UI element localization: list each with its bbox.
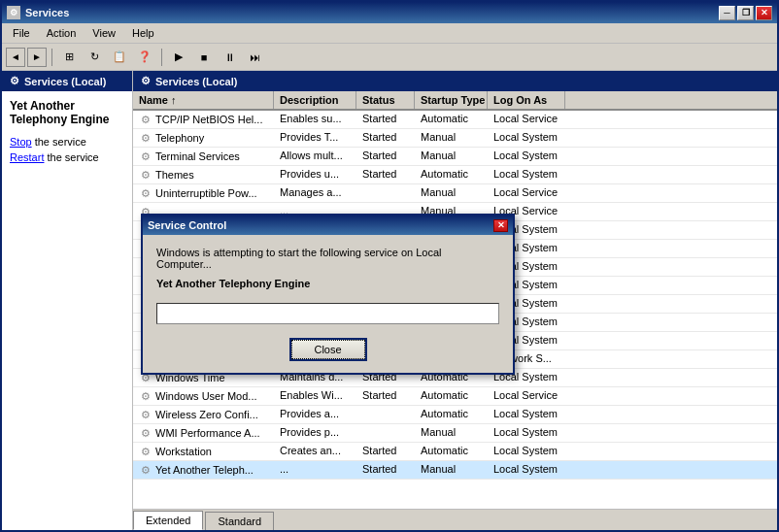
main-window: ⚙ Services ─ ❐ ✕ File Action View Help ◄… bbox=[0, 0, 779, 532]
dialog-service-name: Yet Another Telephony Engine bbox=[156, 278, 499, 289]
dialog-title-bar: Service Control ✕ bbox=[143, 216, 513, 235]
service-control-dialog: Service Control ✕ Windows is attempting … bbox=[141, 214, 515, 375]
dialog-progress-bar bbox=[156, 303, 499, 324]
dialog-close-btn[interactable]: Close bbox=[289, 338, 367, 361]
dialog-overlay: Service Control ✕ Windows is attempting … bbox=[0, 0, 779, 532]
dialog-title: Service Control bbox=[148, 219, 226, 231]
dialog-body: Windows is attempting to start the follo… bbox=[143, 235, 513, 373]
dialog-buttons: Close bbox=[156, 338, 499, 361]
dialog-close-button[interactable]: ✕ bbox=[493, 219, 508, 232]
dialog-message: Windows is attempting to start the follo… bbox=[156, 247, 499, 270]
